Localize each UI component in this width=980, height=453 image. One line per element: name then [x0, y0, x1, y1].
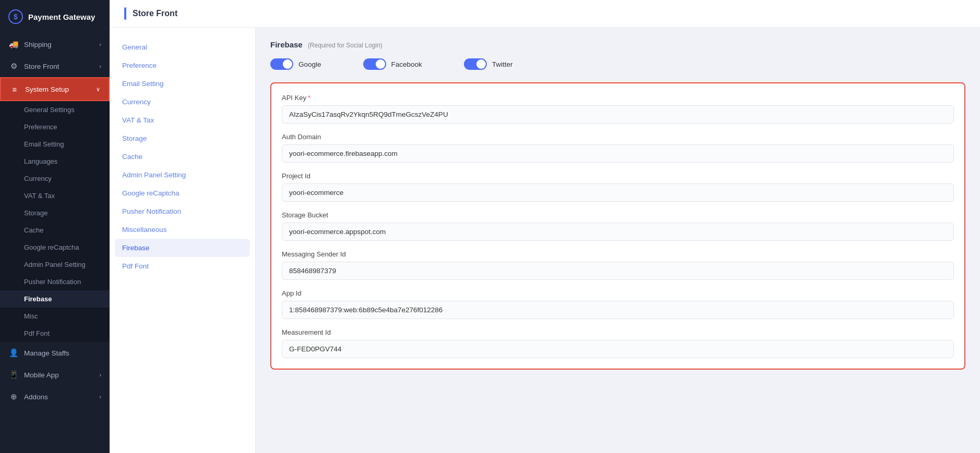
secondary-nav-google-recaptcha[interactable]: Google reCaptcha — [110, 184, 255, 202]
project-id-label: Project Id — [282, 172, 954, 180]
sidebar: $ Payment Gateway 🚚 Shipping › ⚙ Store F… — [0, 0, 110, 453]
dollar-icon: $ — [8, 9, 23, 24]
project-id-field: Project Id — [282, 172, 954, 202]
api-key-required: * — [308, 94, 310, 102]
secondary-nav: General Preference Email Setting Currenc… — [110, 28, 256, 453]
secondary-nav-preference[interactable]: Preference — [110, 56, 255, 75]
chevron-right-icon-4: › — [99, 394, 101, 400]
submenu-storage[interactable]: Storage — [0, 204, 110, 222]
firebase-subtitle: (Required for Social Login) — [308, 42, 383, 49]
submenu-currency[interactable]: Currency — [0, 170, 110, 187]
secondary-nav-vat-tax[interactable]: VAT & Tax — [110, 111, 255, 129]
measurement-id-field: Measurement Id — [282, 328, 954, 358]
submenu-preference[interactable]: Preference — [0, 118, 110, 136]
main-area: Store Front General Preference Email Set… — [110, 0, 980, 453]
page-title: Store Front — [133, 9, 177, 18]
app-id-field: App Id — [282, 289, 954, 319]
secondary-nav-general[interactable]: General — [110, 38, 255, 56]
secondary-nav-pusher-notification[interactable]: Pusher Notification — [110, 202, 255, 221]
content-wrapper: General Preference Email Setting Currenc… — [110, 28, 980, 453]
facebook-toggle[interactable] — [363, 58, 386, 70]
header-accent-bar — [124, 7, 126, 20]
sidebar-item-mobile-app-label: Mobile App — [24, 371, 59, 379]
secondary-nav-pdf-font[interactable]: Pdf Font — [110, 257, 255, 275]
chevron-down-icon: ∨ — [96, 86, 100, 93]
twitter-toggle-item: Twitter — [464, 58, 513, 70]
sidebar-item-system-setup[interactable]: ≡ System Setup ∨ — [0, 77, 110, 101]
submenu-pdf-font[interactable]: Pdf Font — [0, 325, 110, 342]
submenu-admin-panel-setting[interactable]: Admin Panel Setting — [0, 256, 110, 273]
twitter-toggle-label: Twitter — [492, 60, 513, 68]
submenu-cache[interactable]: Cache — [0, 222, 110, 239]
sidebar-item-mobile-app[interactable]: 📱 Mobile App › — [0, 364, 110, 386]
secondary-nav-miscellaneous[interactable]: Miscellaneous — [110, 221, 255, 239]
app-id-label: App Id — [282, 289, 954, 297]
secondary-nav-storage[interactable]: Storage — [110, 129, 255, 148]
secondary-nav-currency[interactable]: Currency — [110, 93, 255, 111]
secondary-nav-cache[interactable]: Cache — [110, 148, 255, 166]
chevron-right-icon-3: › — [99, 372, 101, 378]
submenu-languages[interactable]: Languages — [0, 153, 110, 170]
sidebar-item-store-front-label: Store Front — [24, 63, 59, 70]
sidebar-logo-title: Payment Gateway — [28, 13, 95, 21]
measurement-id-label: Measurement Id — [282, 328, 954, 336]
messaging-sender-id-input[interactable] — [282, 262, 954, 280]
auth-domain-field: Auth Domain — [282, 133, 954, 163]
store-front-icon: ⚙ — [8, 61, 19, 71]
messaging-sender-id-label: Messaging Sender Id — [282, 250, 954, 258]
app-id-input[interactable] — [282, 301, 954, 319]
firebase-section-header: Firebase (Required for Social Login) — [270, 40, 965, 49]
secondary-nav-firebase[interactable]: Firebase — [115, 239, 250, 257]
sidebar-item-manage-staffs-label: Manage Staffs — [24, 349, 69, 357]
sidebar-logo: $ Payment Gateway — [0, 0, 110, 33]
page-header: Store Front — [110, 0, 980, 28]
auth-domain-label: Auth Domain — [282, 133, 954, 141]
addons-icon: ⊕ — [8, 391, 19, 402]
secondary-nav-email-setting[interactable]: Email Setting — [110, 75, 255, 93]
submenu-email-setting[interactable]: Email Setting — [0, 136, 110, 153]
system-setup-submenu: General Settings Preference Email Settin… — [0, 101, 110, 342]
secondary-nav-admin-panel-setting[interactable]: Admin Panel Setting — [110, 166, 255, 184]
firebase-form-box: API Key * Auth Domain Project Id — [270, 82, 965, 370]
mobile-app-icon: 📱 — [8, 370, 19, 380]
submenu-google-recaptcha[interactable]: Google reCaptcha — [0, 239, 110, 256]
google-toggle-label: Google — [298, 60, 321, 68]
submenu-general-settings[interactable]: General Settings — [0, 101, 110, 118]
shipping-icon: 🚚 — [8, 39, 19, 50]
storage-bucket-field: Storage Bucket — [282, 211, 954, 241]
submenu-misc[interactable]: Misc — [0, 308, 110, 325]
submenu-vat-tax[interactable]: VAT & Tax — [0, 187, 110, 204]
measurement-id-input[interactable] — [282, 340, 954, 358]
api-key-label: API Key * — [282, 94, 954, 102]
sidebar-item-addons[interactable]: ⊕ Addons › — [0, 386, 110, 408]
facebook-toggle-label: Facebook — [391, 60, 422, 68]
sidebar-item-shipping[interactable]: 🚚 Shipping › — [0, 33, 110, 55]
sidebar-item-system-setup-label: System Setup — [25, 85, 69, 93]
submenu-firebase[interactable]: Firebase — [0, 290, 110, 308]
google-toggle-item: Google — [270, 58, 321, 70]
main-content: Firebase (Required for Social Login) Goo… — [256, 28, 980, 453]
sidebar-item-addons-label: Addons — [24, 393, 48, 401]
submenu-pusher-notification[interactable]: Pusher Notification — [0, 273, 110, 290]
firebase-title: Firebase — [270, 40, 303, 49]
project-id-input[interactable] — [282, 183, 954, 202]
storage-bucket-label: Storage Bucket — [282, 211, 954, 219]
google-toggle[interactable] — [270, 58, 293, 70]
api-key-input[interactable] — [282, 105, 954, 124]
system-setup-icon: ≡ — [9, 84, 20, 94]
chevron-right-icon: › — [99, 41, 101, 47]
sidebar-item-shipping-label: Shipping — [24, 41, 52, 48]
sidebar-item-manage-staffs[interactable]: 👤 Manage Staffs — [0, 342, 110, 364]
auth-domain-input[interactable] — [282, 144, 954, 163]
api-key-field: API Key * — [282, 94, 954, 124]
storage-bucket-input[interactable] — [282, 223, 954, 241]
sidebar-item-store-front[interactable]: ⚙ Store Front › — [0, 55, 110, 77]
twitter-toggle[interactable] — [464, 58, 487, 70]
firebase-toggle-row: Google Facebook Twitter — [270, 58, 965, 70]
facebook-toggle-item: Facebook — [363, 58, 422, 70]
chevron-right-icon-2: › — [99, 63, 101, 69]
manage-staffs-icon: 👤 — [8, 348, 19, 358]
messaging-sender-id-field: Messaging Sender Id — [282, 250, 954, 280]
